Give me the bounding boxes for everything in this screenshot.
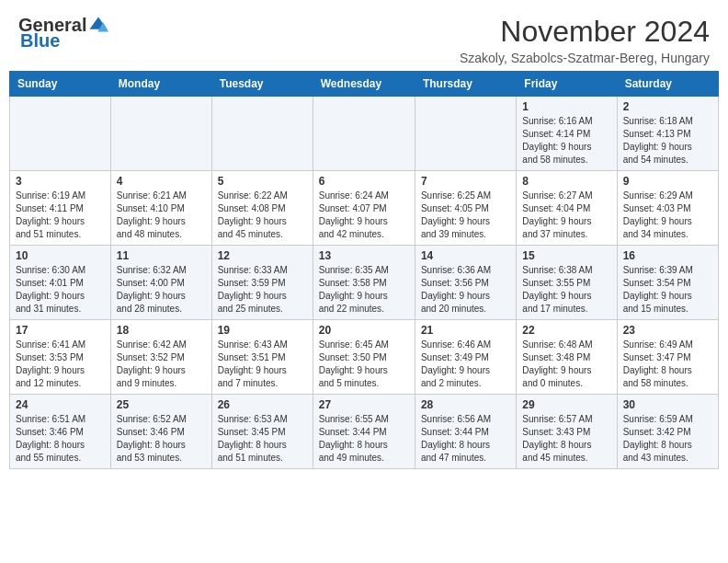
location-title: Szakoly, Szabolcs-Szatmar-Bereg, Hungary [460, 51, 710, 65]
calendar-cell: 18Sunrise: 6:42 AMSunset: 3:52 PMDayligh… [110, 320, 211, 395]
day-header-tuesday: Tuesday [211, 72, 313, 97]
calendar-cell: 2Sunrise: 6:18 AMSunset: 4:13 PMDaylight… [617, 97, 718, 171]
calendar-header-row: SundayMondayTuesdayWednesdayThursdayFrid… [10, 72, 719, 97]
calendar-cell: 20Sunrise: 6:45 AMSunset: 3:50 PMDayligh… [313, 320, 415, 395]
day-info: Sunrise: 6:35 AMSunset: 3:58 PMDaylight:… [319, 264, 409, 316]
day-info: Sunrise: 6:36 AMSunset: 3:56 PMDaylight:… [421, 264, 510, 316]
day-number: 30 [623, 398, 712, 411]
day-number: 13 [319, 249, 409, 262]
day-header-monday: Monday [110, 72, 211, 97]
day-number: 12 [218, 249, 307, 262]
day-info: Sunrise: 6:32 AMSunset: 4:00 PMDaylight:… [117, 264, 206, 316]
day-info: Sunrise: 6:24 AMSunset: 4:07 PMDaylight:… [319, 190, 409, 241]
day-number: 1 [522, 100, 610, 113]
day-number: 16 [623, 249, 712, 262]
calendar-cell: 10Sunrise: 6:30 AMSunset: 4:01 PMDayligh… [10, 246, 111, 320]
day-info: Sunrise: 6:21 AMSunset: 4:10 PMDaylight:… [117, 190, 206, 241]
day-info: Sunrise: 6:51 AMSunset: 3:46 PMDaylight:… [16, 413, 105, 465]
calendar-cell [313, 97, 415, 171]
calendar-cell: 17Sunrise: 6:41 AMSunset: 3:53 PMDayligh… [10, 320, 111, 395]
day-header-sunday: Sunday [10, 72, 111, 97]
calendar-cell: 6Sunrise: 6:24 AMSunset: 4:07 PMDaylight… [313, 171, 415, 246]
day-info: Sunrise: 6:57 AMSunset: 3:43 PMDaylight:… [522, 413, 610, 465]
day-info: Sunrise: 6:16 AMSunset: 4:14 PMDaylight:… [522, 115, 610, 167]
calendar-cell: 21Sunrise: 6:46 AMSunset: 3:49 PMDayligh… [415, 320, 516, 395]
calendar-cell: 23Sunrise: 6:49 AMSunset: 3:47 PMDayligh… [617, 320, 718, 395]
day-info: Sunrise: 6:56 AMSunset: 3:44 PMDaylight:… [421, 413, 510, 465]
day-number: 20 [319, 324, 409, 337]
day-number: 3 [16, 175, 105, 188]
calendar-week-1: 1Sunrise: 6:16 AMSunset: 4:14 PMDaylight… [10, 97, 719, 171]
day-info: Sunrise: 6:55 AMSunset: 3:44 PMDaylight:… [319, 413, 409, 465]
calendar-cell: 11Sunrise: 6:32 AMSunset: 4:00 PMDayligh… [110, 246, 211, 320]
day-number: 6 [319, 175, 409, 188]
calendar-cell: 25Sunrise: 6:52 AMSunset: 3:46 PMDayligh… [110, 395, 211, 469]
day-number: 10 [16, 249, 105, 262]
calendar-cell: 9Sunrise: 6:29 AMSunset: 4:03 PMDaylight… [617, 171, 718, 246]
day-header-wednesday: Wednesday [313, 72, 415, 97]
day-info: Sunrise: 6:39 AMSunset: 3:54 PMDaylight:… [623, 264, 712, 316]
day-number: 19 [218, 324, 307, 337]
month-title: November 2024 [460, 15, 710, 49]
day-number: 29 [522, 398, 610, 411]
day-info: Sunrise: 6:45 AMSunset: 3:50 PMDaylight:… [319, 339, 409, 390]
day-header-saturday: Saturday [617, 72, 718, 97]
day-info: Sunrise: 6:43 AMSunset: 3:51 PMDaylight:… [218, 339, 307, 390]
day-number: 26 [218, 398, 307, 411]
day-header-thursday: Thursday [415, 72, 516, 97]
day-info: Sunrise: 6:48 AMSunset: 3:48 PMDaylight:… [522, 339, 610, 390]
day-number: 25 [117, 398, 206, 411]
day-number: 14 [421, 249, 510, 262]
calendar-cell: 7Sunrise: 6:25 AMSunset: 4:05 PMDaylight… [415, 171, 516, 246]
day-info: Sunrise: 6:25 AMSunset: 4:05 PMDaylight:… [421, 190, 510, 241]
day-number: 22 [522, 324, 610, 337]
day-info: Sunrise: 6:49 AMSunset: 3:47 PMDaylight:… [623, 339, 712, 390]
day-number: 4 [117, 175, 206, 188]
page-header: General Blue November 2024 Szakoly, Szab… [9, 9, 719, 65]
title-section: November 2024 Szakoly, Szabolcs-Szatmar-… [460, 15, 710, 65]
calendar-cell: 8Sunrise: 6:27 AMSunset: 4:04 PMDaylight… [517, 171, 617, 246]
day-info: Sunrise: 6:22 AMSunset: 4:08 PMDaylight:… [218, 190, 307, 241]
day-info: Sunrise: 6:33 AMSunset: 3:59 PMDaylight:… [218, 264, 307, 316]
calendar-table: SundayMondayTuesdayWednesdayThursdayFrid… [9, 71, 719, 469]
logo-blue: Blue [20, 30, 60, 52]
calendar-week-4: 17Sunrise: 6:41 AMSunset: 3:53 PMDayligh… [10, 320, 719, 395]
calendar-cell: 4Sunrise: 6:21 AMSunset: 4:10 PMDaylight… [110, 171, 211, 246]
day-info: Sunrise: 6:53 AMSunset: 3:45 PMDaylight:… [218, 413, 307, 465]
calendar-week-5: 24Sunrise: 6:51 AMSunset: 3:46 PMDayligh… [10, 395, 719, 469]
day-number: 23 [623, 324, 712, 337]
day-info: Sunrise: 6:42 AMSunset: 3:52 PMDaylight:… [117, 339, 206, 390]
day-number: 15 [522, 249, 610, 262]
calendar-cell: 12Sunrise: 6:33 AMSunset: 3:59 PMDayligh… [211, 246, 313, 320]
logo: General Blue [18, 15, 108, 52]
calendar-week-2: 3Sunrise: 6:19 AMSunset: 4:11 PMDaylight… [10, 171, 719, 246]
day-info: Sunrise: 6:29 AMSunset: 4:03 PMDaylight:… [623, 190, 712, 241]
day-header-friday: Friday [517, 72, 617, 97]
day-info: Sunrise: 6:18 AMSunset: 4:13 PMDaylight:… [623, 115, 712, 167]
calendar-cell [110, 97, 211, 171]
calendar-cell: 26Sunrise: 6:53 AMSunset: 3:45 PMDayligh… [211, 395, 313, 469]
calendar-cell: 29Sunrise: 6:57 AMSunset: 3:43 PMDayligh… [517, 395, 617, 469]
day-number: 7 [421, 175, 510, 188]
day-number: 18 [117, 324, 206, 337]
calendar-cell: 30Sunrise: 6:59 AMSunset: 3:42 PMDayligh… [617, 395, 718, 469]
day-number: 28 [421, 398, 510, 411]
calendar-cell [415, 97, 516, 171]
calendar-cell: 5Sunrise: 6:22 AMSunset: 4:08 PMDaylight… [211, 171, 313, 246]
calendar-week-3: 10Sunrise: 6:30 AMSunset: 4:01 PMDayligh… [10, 246, 719, 320]
calendar-cell: 13Sunrise: 6:35 AMSunset: 3:58 PMDayligh… [313, 246, 415, 320]
calendar-cell: 3Sunrise: 6:19 AMSunset: 4:11 PMDaylight… [10, 171, 111, 246]
calendar-cell: 1Sunrise: 6:16 AMSunset: 4:14 PMDaylight… [517, 97, 617, 171]
day-info: Sunrise: 6:30 AMSunset: 4:01 PMDaylight:… [16, 264, 105, 316]
calendar-cell: 27Sunrise: 6:55 AMSunset: 3:44 PMDayligh… [313, 395, 415, 469]
day-info: Sunrise: 6:19 AMSunset: 4:11 PMDaylight:… [16, 190, 105, 241]
day-number: 24 [16, 398, 105, 411]
day-info: Sunrise: 6:38 AMSunset: 3:55 PMDaylight:… [522, 264, 610, 316]
day-number: 8 [522, 175, 610, 188]
calendar-cell: 16Sunrise: 6:39 AMSunset: 3:54 PMDayligh… [617, 246, 718, 320]
day-info: Sunrise: 6:41 AMSunset: 3:53 PMDaylight:… [16, 339, 105, 390]
day-number: 27 [319, 398, 409, 411]
calendar-cell: 15Sunrise: 6:38 AMSunset: 3:55 PMDayligh… [517, 246, 617, 320]
day-number: 2 [623, 100, 712, 113]
calendar-cell: 22Sunrise: 6:48 AMSunset: 3:48 PMDayligh… [517, 320, 617, 395]
